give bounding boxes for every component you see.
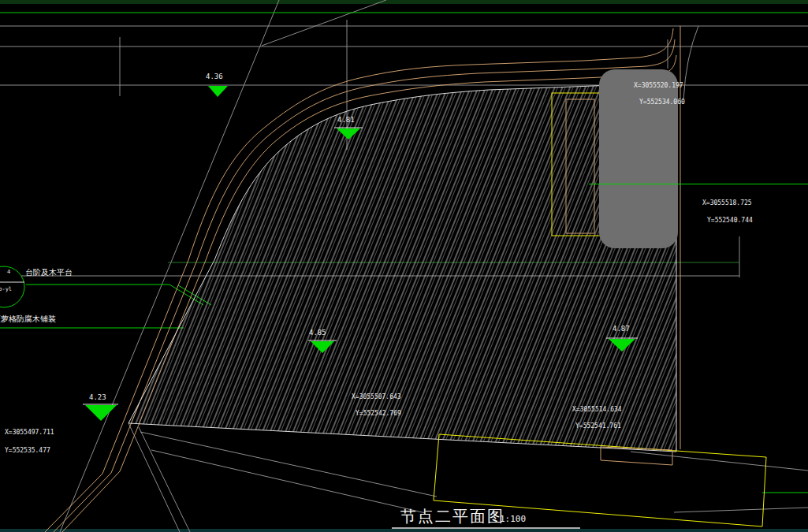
coordinate-label-x: X=3055514.634 xyxy=(572,407,622,414)
coordinate-label-y: Y=552540.744 xyxy=(707,218,753,225)
elevation-value: 4.36 xyxy=(206,73,223,81)
drawing-scale: 1:100 xyxy=(500,515,526,524)
elevation-value: 4.81 xyxy=(337,117,355,125)
step-edge-line xyxy=(151,450,426,513)
coordinate-label-y: Y=552542.769 xyxy=(356,411,401,418)
construction-line xyxy=(631,452,808,471)
step-edge-line xyxy=(128,423,180,532)
building-mass xyxy=(599,69,678,248)
curb-curve xyxy=(683,26,698,100)
coordinate-label-y: Y=552541.761 xyxy=(575,423,621,430)
coordinate-label-x: X=3055507.643 xyxy=(352,394,401,401)
elevation-value: 4.23 xyxy=(89,394,106,402)
coordinate-label-y: Y=552535.477 xyxy=(5,448,50,455)
coordinate-label-y: Y=552534.060 xyxy=(639,99,685,106)
construction-line xyxy=(674,508,808,512)
callout-ref: Tb-yl xyxy=(0,287,12,293)
step-edge-line xyxy=(140,432,437,497)
coordinate-label-x: X=3055497.711 xyxy=(5,430,54,437)
elevation-value: 4.85 xyxy=(309,329,326,337)
drawing-linework xyxy=(0,0,808,532)
cad-drawing-canvas[interactable]: X=3055520.197 Y=552534.060 X=3055518.725… xyxy=(0,0,808,532)
coordinate-label-x: X=3055520.197 xyxy=(634,83,683,90)
callout-number: 4 xyxy=(7,270,10,276)
elevation-triangle xyxy=(85,405,117,421)
annotation-steps-platform: 台阶及木平台 xyxy=(25,268,73,277)
elevation-triangle xyxy=(208,86,228,97)
elevation-value: 4.87 xyxy=(613,326,630,333)
annotation-wood-paving: 菠萝格防腐木铺装 xyxy=(0,314,56,323)
drawing-title: 节点二平面图 xyxy=(400,508,505,525)
step-edge-line xyxy=(139,427,190,532)
construction-line xyxy=(262,0,386,46)
coordinate-label-x: X=3055518.725 xyxy=(702,200,752,207)
